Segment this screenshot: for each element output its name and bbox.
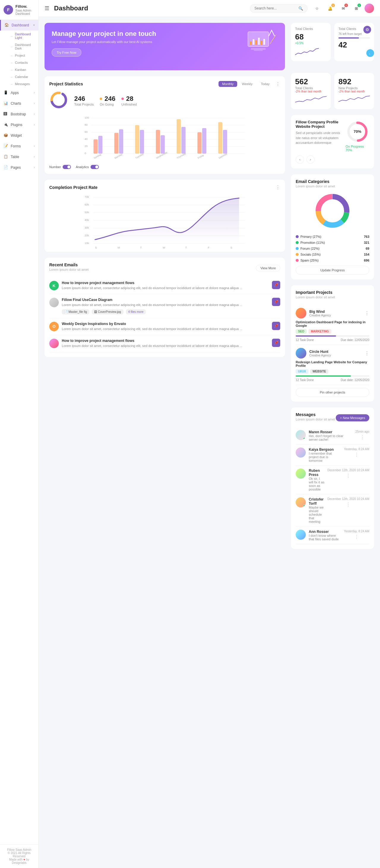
sidebar-item-apps[interactable]: 📱 Apps › [0, 88, 38, 98]
msg-avatar-3 [296, 469, 306, 478]
dot-forum [296, 247, 299, 250]
email-cat-donut [296, 192, 369, 230]
proj1-progress-track [296, 335, 369, 337]
msg-item-4: Cristofer Torff Maybe we should schedule… [296, 494, 369, 527]
pin-button-2[interactable]: 📌 [272, 298, 280, 306]
proj2-menu[interactable]: ⋮ [364, 350, 369, 356]
sidebar-item-charts[interactable]: 📊 Charts › [0, 98, 38, 109]
pp-next-button[interactable]: › [306, 155, 315, 164]
email-cat-desc: Lorem ipsum dolor sit amet [296, 184, 369, 188]
sidebar-item-pages[interactable]: 📄 Pages › [0, 162, 38, 173]
msg-text-1: Hei, don't forget to clear server cache! [309, 434, 352, 441]
legend-socials-label: Socials (15%) [300, 253, 321, 256]
sidebar-sub-dashboard-dark[interactable]: Dashboard Dark [7, 41, 38, 52]
sidebar-sub-contacts[interactable]: Contacts [7, 59, 38, 66]
svg-rect-28 [135, 125, 139, 154]
bell-button[interactable]: 🔔 1 [325, 4, 335, 13]
pin-button-4[interactable]: 📌 [272, 339, 280, 347]
hero-svg [243, 26, 279, 56]
msg-time-4: December 12th, 2020 10:24 AM [327, 497, 369, 501]
sidebar-label-pages: Pages [11, 165, 21, 169]
email-avatar-1: K [49, 281, 59, 290]
tab-weekly[interactable]: Weekly [238, 81, 256, 87]
svg-rect-27 [119, 129, 123, 154]
sidebar-sub-calendar[interactable]: Calendar [7, 73, 38, 81]
pin-button-1[interactable]: 📌 [272, 281, 280, 289]
sparkline-svg-3 [339, 93, 370, 105]
imp-proj-desc: Lorem ipsum dolor sit amet [296, 296, 335, 299]
msg-name-3: Ruben Press [309, 469, 324, 477]
msg-dots-1[interactable]: ⋮ [360, 434, 365, 440]
water-icon-btn[interactable]: 💧 [366, 49, 374, 57]
svg-rect-4 [253, 39, 255, 45]
stat-label-unfinished: Unfinished [121, 103, 137, 106]
try-free-button[interactable]: Try Free Now [52, 48, 81, 57]
svg-rect-24 [93, 140, 98, 154]
svg-text:70k: 70k [85, 195, 89, 198]
header-left: ☰ Dashboard [45, 4, 88, 12]
proj2-progress-fill [296, 375, 351, 377]
pp-prev-button[interactable]: ‹ [296, 155, 304, 164]
hamburger-icon[interactable]: ☰ [45, 5, 49, 11]
footer-title: Fillow Saas Admin [4, 848, 35, 851]
new-message-button[interactable]: + New Messages [336, 414, 369, 422]
project-item-2: Circle Hunt Creative Agency ⋮ Redesign L… [296, 345, 369, 385]
recent-emails-title: Recent Emails [49, 262, 89, 267]
msg-dots-5[interactable]: ⋮ [354, 534, 359, 540]
toggle-analytics-switch[interactable] [91, 165, 99, 169]
msg-dots-2[interactable]: ⋮ [354, 452, 359, 458]
main-area: ☰ Dashboard 🔍 ☆ 🔔 1 ✉ [38, 0, 380, 868]
pin-button-3[interactable]: 📌 [272, 322, 280, 330]
proj1-menu[interactable]: ⋮ [364, 310, 369, 316]
sidebar-item-widget[interactable]: 📦 Widget [0, 130, 38, 141]
search-input[interactable] [255, 6, 296, 10]
sidebar-sub-project[interactable]: Project [7, 52, 38, 59]
proj1-progress-fill [296, 335, 336, 337]
sidebar-sub-dashboard-light[interactable]: Dashboard Light [7, 31, 38, 41]
email-content-4: How to improve project management flows … [62, 339, 269, 348]
grid-button[interactable]: ⊞ 1 [351, 4, 361, 13]
file-tag-3[interactable]: 4 files more [126, 309, 146, 314]
bell-badge: 1 [331, 4, 335, 7]
sidebar-item-table[interactable]: 📋 Table › [0, 152, 38, 162]
sidebar-item-dashboard[interactable]: 🏠 Dashboard ▾ [0, 20, 38, 31]
proj-stats-header: Project Statistics Monthly Weekly Today … [49, 81, 280, 87]
view-more-button[interactable]: View More [256, 265, 280, 271]
chevron-right-icon: › [34, 91, 35, 94]
tab-today[interactable]: Today [257, 81, 273, 87]
stats-menu-icon[interactable]: ⋮ [275, 81, 280, 87]
email-body-1: Lorem ipsum dolor sit amet, consectetur … [62, 286, 269, 290]
pin-other-projects-button[interactable]: Pin other projects [296, 388, 369, 397]
sidebar-label-dashboard: Dashboard [11, 23, 29, 27]
stat-ongoing: 246 On Going [100, 95, 116, 106]
msg-content-4: Cristofer Torff Maybe we should schedule… [309, 497, 324, 523]
legend-spam: Spam (25%) 696 [296, 257, 369, 264]
msg-dots-3[interactable]: ⋮ [346, 473, 351, 478]
mail-button[interactable]: ✉ 5 [339, 4, 348, 13]
sidebar-item-bootstrap[interactable]: 🅱 Bootstrap › [0, 109, 38, 120]
update-progress-button[interactable]: Update Progress [296, 266, 369, 275]
sidebar-item-plugins[interactable]: 🔌 Plugins › [0, 120, 38, 130]
email-body-3: Lorem ipsum dolor sit amet, consectetur … [62, 327, 269, 331]
proj1-desc: Optimization Dashboard Page for indexing… [296, 320, 369, 328]
sidebar-sub-messages[interactable]: Messages [7, 81, 38, 88]
msg-dots-4[interactable]: ⋮ [346, 502, 351, 507]
msg-content-2: Kaiya Bergson I remember that project du… [309, 447, 341, 462]
sidebar-sub-kanban[interactable]: Kanban [7, 66, 38, 73]
tab-monthly[interactable]: Monthly [218, 81, 237, 87]
legend-socials: Socials (15%) 154 [296, 251, 369, 257]
svg-rect-2 [254, 50, 263, 51]
dot-pink [121, 98, 124, 100]
dot-socials [296, 253, 299, 256]
email-item-2: Fillow Final UseCase Diagram Lorem ipsum… [49, 294, 280, 318]
sidebar-item-forms[interactable]: 📝 Forms › [0, 141, 38, 152]
user-avatar[interactable] [364, 4, 374, 13]
toggle-number-switch[interactable] [63, 165, 71, 169]
settings-icon-btn[interactable]: ⚙ [363, 26, 371, 33]
star-button[interactable]: ☆ [312, 4, 322, 13]
svg-rect-32 [177, 119, 181, 154]
proj2-desc: Redesign Landing Page Website for Compan… [296, 360, 369, 367]
chart-toggles: Number Analytics [49, 165, 280, 169]
svg-text:S: S [95, 246, 97, 249]
completion-menu-icon[interactable]: ⋮ [275, 184, 280, 190]
